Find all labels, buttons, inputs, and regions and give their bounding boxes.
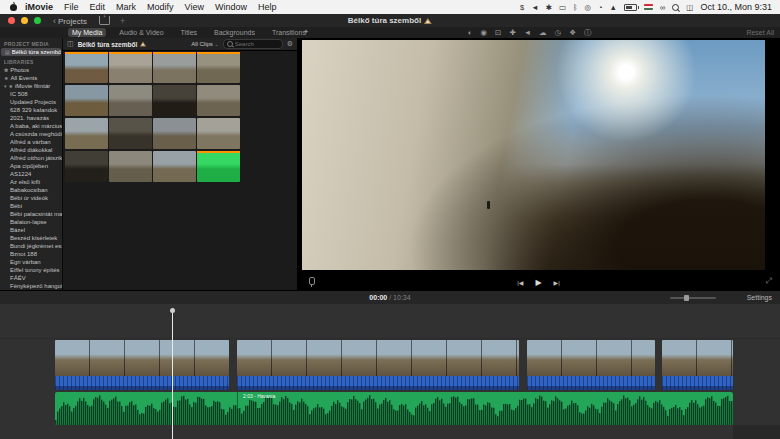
clip-thumbnail[interactable] (109, 151, 152, 182)
clip-thumbnail[interactable] (65, 151, 108, 182)
back-to-projects-button[interactable]: ‹Projects (53, 16, 87, 26)
sidebar-event-item[interactable]: IC 508 (0, 90, 62, 98)
tab-my-media[interactable]: My Media (68, 28, 106, 37)
bluetooth-icon[interactable]: ᛒ (573, 3, 578, 12)
timeline-clip-audio-strip[interactable] (527, 376, 655, 390)
sidebar-event-item[interactable]: Bébi (0, 202, 62, 210)
sidebar-event-item[interactable]: Egri várban (0, 258, 62, 266)
menu-item-imovie[interactable]: iMovie (25, 2, 53, 12)
close-window-button[interactable] (8, 17, 15, 24)
spotlight-icon[interactable] (672, 4, 679, 11)
stabilization-icon[interactable]: ✚ (509, 28, 515, 37)
clip-thumbnail[interactable] (197, 118, 240, 149)
previous-frame-button[interactable]: |◀ (517, 279, 523, 286)
sidebar-item-photos[interactable]: ✽Photos (0, 66, 62, 74)
sidebar-event-item[interactable]: Babakocsiban (0, 186, 62, 194)
sidebar-event-item[interactable]: AS1224 (0, 170, 62, 178)
timeline-video-clip[interactable] (55, 340, 229, 376)
minimize-window-button[interactable] (21, 17, 28, 24)
reset-all-button[interactable]: Reset All (746, 29, 774, 36)
volume-icon[interactable]: ◄ (524, 28, 531, 37)
sidebar-event-item[interactable]: A csúszda meghódít… (0, 130, 62, 138)
clip-thumbnail[interactable] (197, 52, 240, 83)
clip-zoom-slider[interactable] (670, 297, 716, 299)
volume-icon[interactable]: ◄ (531, 3, 538, 12)
hungarian-flag-icon[interactable] (644, 4, 653, 10)
fullscreen-icon[interactable]: ⤢ (766, 276, 772, 286)
dollar-icon[interactable]: $ (520, 3, 524, 12)
timeline-settings-button[interactable]: Settings (747, 294, 772, 301)
tab-audio-video[interactable]: Audio & Video (115, 28, 167, 37)
record-icon[interactable]: ◎ (584, 3, 591, 12)
timeline-clip-audio-strip[interactable] (55, 376, 229, 390)
clip-thumbnail[interactable] (153, 151, 196, 182)
clip-thumbnail[interactable] (109, 52, 152, 83)
sidebar-event-item[interactable]: Bébi úr videók (0, 194, 62, 202)
display-icon[interactable]: ▭ (559, 3, 566, 12)
timeline-video-clip[interactable] (237, 340, 519, 376)
play-button[interactable]: ▶ (535, 278, 541, 287)
info-icon[interactable]: ⓘ (584, 28, 592, 38)
eject-icon[interactable]: ▲ (610, 3, 617, 12)
menu-item-modify[interactable]: Modify (147, 2, 174, 12)
clip-thumbnail[interactable] (153, 52, 196, 83)
sidebar-event-item[interactable]: Balaton-lapse (0, 218, 62, 226)
clip-thumbnail[interactable] (197, 151, 240, 182)
sidebar-event-item[interactable]: Alfréd a várban (0, 138, 62, 146)
gear-icon[interactable]: ⚙ (287, 40, 293, 48)
clip-thumbnail[interactable] (109, 118, 152, 149)
clip-thumbnail[interactable] (197, 85, 240, 116)
sidebar-event-item[interactable]: Apa cipőjében (0, 162, 62, 170)
sidebar-event-item[interactable]: Alfréd diákokkal (0, 146, 62, 154)
sidebar-event-item[interactable]: A baba, aki március… (0, 122, 62, 130)
menu-item-file[interactable]: File (64, 2, 79, 12)
crop-icon[interactable]: ⊡ (495, 28, 501, 37)
apple-logo-icon[interactable] (10, 4, 17, 11)
sidebar-event-item[interactable]: Alfréd otthon játszik (0, 154, 62, 162)
search-box[interactable] (223, 39, 283, 49)
sidebar-event-item[interactable]: 628 329 kalandok (0, 106, 62, 114)
sidebar-event-item[interactable]: Beszéd kísérletek (0, 234, 62, 242)
background-music-clip[interactable] (55, 392, 733, 425)
sidebar-event-item[interactable]: 2021. havazás (0, 114, 62, 122)
handoff-icon[interactable]: ∞ (660, 3, 665, 12)
sidebar-item-imovie-library[interactable]: ▾ ★ iMovie filmtár (0, 82, 62, 90)
clip-thumbnail[interactable] (65, 118, 108, 149)
clip-thumbnail[interactable] (65, 85, 108, 116)
menu-item-help[interactable]: Help (258, 2, 277, 12)
speed-icon[interactable]: ◷ (555, 28, 562, 37)
voiceover-mic-icon[interactable] (309, 277, 315, 285)
add-button[interactable]: + (120, 16, 125, 26)
sidebar-item-all-events[interactable]: ★All Events (0, 74, 62, 82)
timeline-clip-audio-strip[interactable] (237, 376, 519, 390)
playhead[interactable] (172, 312, 173, 439)
effects-icon[interactable]: ❖ (569, 28, 576, 37)
clip-filter-dropdown[interactable]: All Clips ⌄ (191, 41, 219, 47)
sidebar-event-item[interactable]: Fényképező hangot… (0, 282, 62, 290)
menu-item-view[interactable]: View (185, 2, 204, 12)
menu-item-window[interactable]: Window (215, 2, 247, 12)
sidebar-toggle-icon[interactable]: ◫ (67, 40, 74, 48)
sidebar-event-item[interactable]: Updated Projects (0, 98, 62, 106)
clip-thumbnail[interactable] (153, 85, 196, 116)
clip-thumbnail[interactable] (65, 52, 108, 83)
sidebar-event-item[interactable]: Eiffel torony építés (0, 266, 62, 274)
tab-backgrounds[interactable]: Backgrounds (210, 28, 259, 37)
timeline-video-clip[interactable] (662, 340, 733, 376)
sidebar-event-item[interactable]: Bznot 188 (0, 250, 62, 258)
clock-icon[interactable]: ◔ (598, 3, 603, 12)
sidebar-event-item[interactable]: Az első kifli (0, 178, 62, 186)
noise-reduction-icon[interactable]: ☁ (539, 28, 547, 37)
video-preview[interactable] (302, 40, 765, 270)
sidebar-event-item[interactable]: Bébi palacsintát ma… (0, 210, 62, 218)
color-correction-icon[interactable]: ◉ (481, 28, 488, 37)
paw-icon[interactable]: ✱ (546, 3, 552, 12)
battery-icon[interactable] (624, 4, 637, 11)
clip-thumbnail[interactable] (109, 85, 152, 116)
color-balance-icon[interactable]: ◐ (468, 28, 473, 37)
sparkle-icon[interactable]: ✦ (303, 28, 309, 36)
timeline[interactable]: 2:03 - Havasia (0, 304, 780, 439)
control-center-icon[interactable]: ◫ (686, 3, 693, 12)
slider-knob[interactable] (684, 295, 689, 301)
clip-thumbnail[interactable] (153, 118, 196, 149)
